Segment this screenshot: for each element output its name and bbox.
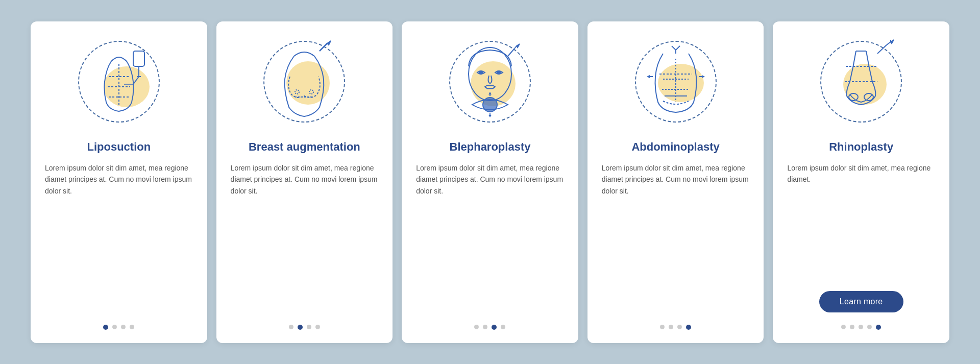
svg-point-16 [497, 70, 501, 75]
liposuction-body: Lorem ipsum dolor sit dim amet, mea regi… [45, 162, 193, 314]
blepharoplasty-body: Lorem ipsum dolor sit dim amet, mea regi… [416, 162, 564, 314]
dot-5 [876, 325, 881, 330]
dot-2 [850, 325, 854, 329]
svg-line-7 [133, 77, 139, 84]
blepharoplasty-title: Blepharoplasty [450, 140, 531, 155]
dot-1 [660, 325, 665, 329]
svg-marker-20 [488, 92, 492, 94]
dot-1 [841, 325, 846, 329]
illustration-breast-augmentation [258, 36, 350, 128]
liposuction-dots [103, 325, 134, 330]
dot-4 [686, 325, 691, 330]
dot-2 [298, 325, 303, 330]
breast-aug-dots [289, 325, 320, 330]
dot-2 [483, 325, 487, 329]
abdominoplasty-title: Abdominoplasty [631, 140, 719, 155]
cards-container: Liposuction Lorem ipsum dolor sit dim am… [31, 21, 949, 343]
rhinoplasty-svg [815, 36, 907, 128]
dot-3 [677, 325, 682, 329]
card-blepharoplasty: Blepharoplasty Lorem ipsum dolor sit dim… [402, 21, 578, 343]
rhinoplasty-dots [841, 325, 881, 330]
svg-marker-31 [647, 75, 650, 78]
breast-aug-svg [258, 36, 350, 128]
card-liposuction: Liposuction Lorem ipsum dolor sit dim am… [31, 21, 207, 343]
dot-3 [492, 325, 497, 330]
illustration-abdominoplasty [630, 36, 722, 128]
dot-2 [112, 325, 117, 329]
dot-4 [501, 325, 505, 329]
abdominoplasty-svg [630, 36, 722, 128]
svg-marker-12 [327, 41, 331, 45]
svg-marker-33 [702, 75, 705, 78]
rhinoplasty-body: Lorem ipsum dolor sit dim amet, mea regi… [787, 162, 935, 284]
svg-point-9 [295, 90, 299, 94]
illustration-blepharoplasty [444, 36, 536, 128]
dot-4 [130, 325, 134, 329]
dot-2 [669, 325, 673, 329]
svg-point-15 [479, 70, 483, 75]
abdominoplasty-dots [660, 325, 691, 330]
card-abdominoplasty: Abdominoplasty Lorem ipsum dolor sit dim… [587, 21, 764, 343]
blepharoplasty-dots [474, 325, 505, 330]
svg-point-40 [864, 93, 873, 101]
dot-3 [121, 325, 126, 329]
svg-line-23 [508, 48, 514, 56]
blepharoplasty-svg [444, 36, 536, 128]
liposuction-title: Liposuction [87, 140, 151, 155]
svg-marker-25 [517, 44, 520, 47]
svg-point-10 [309, 90, 313, 94]
svg-rect-4 [133, 51, 144, 66]
illustration-liposuction [73, 36, 165, 128]
svg-line-37 [676, 46, 680, 50]
svg-line-44 [887, 42, 891, 45]
svg-point-39 [849, 93, 858, 101]
card-rhinoplasty: Rhinoplasty Lorem ipsum dolor sit dim am… [773, 21, 949, 343]
card-breast-augmentation: Breast augmentation Lorem ipsum dolor si… [216, 21, 393, 343]
breast-aug-body: Lorem ipsum dolor sit dim amet, mea regi… [231, 162, 379, 314]
learn-more-button[interactable]: Learn more [819, 291, 903, 312]
dot-3 [859, 325, 863, 329]
illustration-rhinoplasty [815, 36, 907, 128]
svg-line-11 [320, 43, 327, 51]
svg-line-43 [877, 45, 887, 54]
dot-1 [103, 325, 108, 330]
dot-3 [307, 325, 311, 329]
svg-marker-22 [488, 115, 492, 117]
dot-1 [289, 325, 293, 329]
svg-line-36 [672, 46, 676, 50]
dot-4 [315, 325, 320, 329]
liposuction-svg [73, 36, 165, 128]
dot-1 [474, 325, 479, 329]
breast-aug-title: Breast augmentation [249, 140, 360, 155]
abdominoplasty-body: Lorem ipsum dolor sit dim amet, mea regi… [602, 162, 750, 314]
dot-4 [867, 325, 872, 329]
rhinoplasty-title: Rhinoplasty [829, 140, 893, 155]
